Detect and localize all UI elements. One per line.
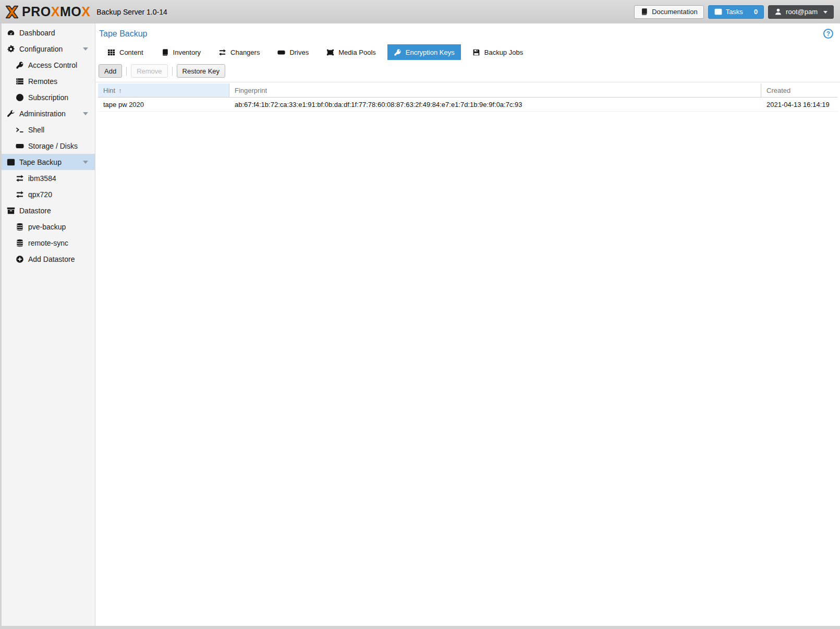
sidebar: Dashboard Configuration Access Control R… [2,23,95,626]
lifering-icon [16,93,24,102]
table-body: tape pw 2020 ab:67:f4:1b:72:ca:33:e1:91:… [98,98,837,112]
sidebar-item-label: Subscription [28,93,68,102]
tasks-button[interactable]: Tasks 0 [708,5,764,19]
tab-label: Inventory [173,49,201,56]
documentation-button[interactable]: Documentation [634,5,703,19]
sidebar-item-remote-sync[interactable]: remote-sync [2,235,95,251]
sidebar-item-ibm3584[interactable]: ibm3584 [2,170,95,186]
tab-bar: Content Inventory Changers Drives Media … [95,44,840,60]
sort-asc-icon: ↑ [118,87,122,94]
column-header-fingerprint[interactable]: Fingerprint [229,83,761,97]
sidebar-item-label: Configuration [19,45,63,53]
tab-inventory[interactable]: Inventory [155,44,207,60]
help-icon[interactable]: ? [823,29,833,39]
sidebar-item-label: Add Datastore [28,255,75,263]
sidebar-item-dashboard[interactable]: Dashboard [2,25,95,41]
wrench-icon [7,110,15,118]
tab-label: Backup Jobs [484,49,523,56]
restore-key-button[interactable]: Restore Key [177,64,226,78]
sidebar-item-label: Access Control [28,61,77,69]
column-header-hint[interactable]: Hint ↑ [98,83,229,97]
server-icon [16,77,24,86]
sidebar-item-label: pve-backup [28,223,66,231]
tasks-count-badge: 0 [754,8,758,16]
app-body: Dashboard Configuration Access Control R… [0,23,840,626]
proxmox-wordmark: PROXMOX [22,5,90,18]
tab-label: Drives [289,49,309,56]
tab-changers[interactable]: Changers [212,44,266,60]
proxmox-logo: PROXMOX [4,4,90,20]
cell-hint: tape pw 2020 [98,98,229,111]
hdd-icon [16,142,24,150]
sidebar-item-label: ibm3584 [28,174,56,183]
exchange-icon [16,174,24,183]
exchange-icon [16,190,24,199]
encryption-keys-table: Hint ↑ Fingerprint Created tape pw 2020 … [98,83,837,112]
sidebar-item-configuration[interactable]: Configuration [2,41,95,57]
page-title: Tape Backup [99,29,148,39]
app-title: Backup Server 1.0-14 [96,8,167,16]
sidebar-item-label: Tape Backup [19,158,62,166]
archive-icon [7,207,15,215]
tab-encryption-keys[interactable]: Encryption Keys [387,44,461,60]
column-header-label: Fingerprint [235,87,267,94]
chevron-down-icon[interactable] [83,161,88,166]
tape-icon [7,158,15,166]
user-icon [774,8,782,16]
gears-icon [7,45,15,53]
book-icon [640,8,648,16]
key-icon [16,61,24,69]
hdd-icon [277,49,285,56]
sidebar-item-access-control[interactable]: Access Control [2,57,95,73]
chevron-down-icon[interactable] [83,47,88,53]
sidebar-item-add-datastore[interactable]: Add Datastore [2,251,95,267]
book-icon [161,49,169,56]
tab-label: Media Pools [338,49,376,56]
tab-label: Encryption Keys [406,49,455,56]
sidebar-item-label: remote-sync [28,239,68,247]
sidebar-item-label: Datastore [19,207,51,215]
sidebar-item-pve-backup[interactable]: pve-backup [2,219,95,235]
topbar: PROXMOX Backup Server 1.0-14 Documentati… [0,0,840,23]
table-header: Hint ↑ Fingerprint Created [98,83,837,98]
database-icon [16,223,24,231]
grid-icon [107,49,115,56]
toolbar: Add Remove Restore Key [95,60,840,82]
tab-content[interactable]: Content [101,44,150,60]
toolbar-separator [172,67,173,76]
sidebar-item-tape-backup[interactable]: Tape Backup [2,154,95,170]
object-group-icon [326,49,334,56]
sidebar-item-administration[interactable]: Administration [2,105,95,122]
sidebar-item-storage-disks[interactable]: Storage / Disks [2,138,95,154]
main-header: Tape Backup ? [95,23,840,44]
sidebar-item-subscription[interactable]: Subscription [2,89,95,105]
tab-media-pools[interactable]: Media Pools [320,44,382,60]
sidebar-item-remotes[interactable]: Remotes [2,73,95,89]
table-row[interactable]: tape pw 2020 ab:67:f4:1b:72:ca:33:e1:91:… [98,98,837,112]
chevron-down-icon[interactable] [83,112,88,118]
column-header-label: Created [766,87,790,94]
column-header-created[interactable]: Created [761,83,837,97]
database-icon [16,239,24,247]
toolbar-separator [126,67,127,76]
add-button[interactable]: Add [99,64,122,78]
column-header-label: Hint [103,87,115,94]
tab-backup-jobs[interactable]: Backup Jobs [466,44,529,60]
save-icon [472,49,480,56]
sidebar-item-qpx720[interactable]: qpx720 [2,186,95,202]
cell-fingerprint: ab:67:f4:1b:72:ca:33:e1:91:bf:0b:da:df:1… [229,98,761,111]
cell-created: 2021-04-13 16:14:19 [761,98,837,111]
sidebar-item-datastore[interactable]: Datastore [2,202,95,219]
user-menu-button[interactable]: root@pam [768,5,834,19]
main-panel: Tape Backup ? Content Inventory Changers… [95,23,840,626]
chevron-down-icon [823,11,827,16]
gauge-icon [7,29,15,37]
topbar-buttons: Documentation Tasks 0 root@pam [634,5,834,19]
sidebar-item-shell[interactable]: Shell [2,122,95,138]
sidebar-item-label: Remotes [28,77,57,86]
sidebar-item-label: Shell [28,126,44,134]
plus-circle-icon [16,255,24,263]
sidebar-item-label: Storage / Disks [28,142,78,150]
tab-drives[interactable]: Drives [271,44,315,60]
remove-button[interactable]: Remove [131,64,167,78]
